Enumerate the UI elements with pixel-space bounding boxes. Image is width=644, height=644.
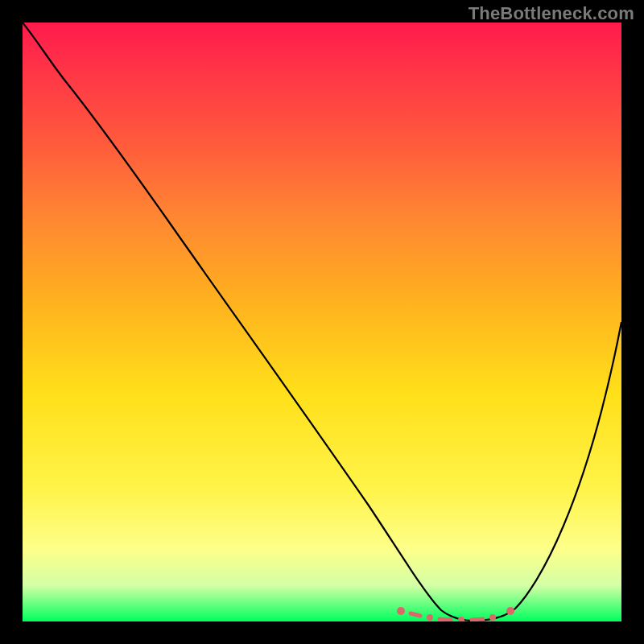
svg-point-2 [427,614,433,621]
bottleneck-curve [23,23,621,621]
svg-line-3 [440,619,451,620]
svg-point-7 [506,607,514,615]
watermark-text: TheBottleneck.com [469,3,634,24]
plot-area [23,23,621,621]
chart-frame: TheBottleneck.com [0,0,644,644]
svg-point-4 [458,617,464,621]
curve-svg [23,23,621,621]
svg-point-0 [397,607,405,615]
svg-line-1 [411,613,420,616]
svg-line-5 [472,619,483,620]
optimal-zone-markers [397,607,514,621]
svg-point-6 [489,614,496,621]
